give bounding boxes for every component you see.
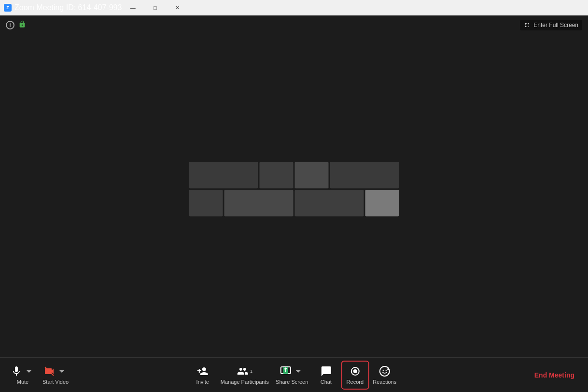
maximize-button[interactable]: □ bbox=[144, 0, 166, 15]
reactions-icon-area bbox=[379, 365, 391, 377]
content-cell bbox=[295, 190, 364, 216]
chat-icon bbox=[320, 365, 332, 377]
record-label: Record bbox=[347, 379, 364, 385]
content-cell bbox=[330, 162, 399, 188]
top-overlay: i Enter Full Screen bbox=[0, 15, 588, 35]
chat-label: Chat bbox=[321, 379, 332, 385]
end-meeting-button[interactable]: End Meeting bbox=[529, 367, 580, 383]
participants-label: Manage Participants bbox=[221, 379, 269, 385]
chat-icon-area bbox=[320, 365, 332, 377]
invite-icon bbox=[197, 365, 209, 377]
content-cell bbox=[224, 190, 294, 216]
fullscreen-label: Enter Full Screen bbox=[533, 22, 578, 28]
video-label: Start Video bbox=[42, 379, 69, 385]
content-cell bbox=[295, 162, 329, 188]
participants-count: 1 bbox=[250, 369, 252, 374]
content-cell bbox=[260, 162, 294, 188]
minimize-button[interactable]: — bbox=[122, 0, 144, 15]
toolbar-left: Mute Start Video bbox=[8, 361, 71, 390]
share-label: Share Screen bbox=[276, 379, 308, 385]
fullscreen-button[interactable]: Enter Full Screen bbox=[520, 20, 582, 30]
invite-button[interactable]: Invite bbox=[189, 361, 217, 390]
lock-icon bbox=[18, 20, 26, 30]
video-icon bbox=[43, 365, 55, 377]
mute-caret-icon bbox=[23, 365, 35, 377]
svg-point-4 bbox=[353, 369, 357, 373]
app-logo: Z bbox=[4, 4, 14, 12]
meeting-area: i Enter Full Screen bbox=[0, 15, 588, 357]
content-cell bbox=[189, 162, 258, 188]
video-icon-area bbox=[43, 365, 68, 377]
microphone-icon bbox=[11, 365, 22, 377]
mute-label: Mute bbox=[17, 379, 28, 385]
mute-button[interactable]: Mute bbox=[8, 361, 38, 390]
participants-icon-area: 1 bbox=[237, 365, 252, 377]
start-video-button[interactable]: Start Video bbox=[40, 361, 71, 390]
share-caret-icon bbox=[293, 365, 304, 377]
info-icon[interactable]: i bbox=[6, 21, 14, 29]
reactions-label: Reactions bbox=[373, 379, 396, 385]
share-screen-icon bbox=[280, 365, 292, 377]
record-icon bbox=[349, 365, 361, 377]
chat-button[interactable]: Chat bbox=[312, 361, 340, 390]
svg-point-6 bbox=[383, 369, 384, 370]
record-button[interactable]: Record bbox=[341, 361, 369, 390]
content-block bbox=[189, 162, 399, 216]
participants-icon bbox=[237, 365, 249, 377]
record-icon-area bbox=[349, 365, 361, 377]
titlebar: Z Zoom Meeting ID: 614-407-993 — □ ✕ bbox=[0, 0, 588, 15]
invite-label: Invite bbox=[196, 379, 209, 385]
toolbar-right: End Meeting bbox=[529, 367, 580, 383]
share-icon-area bbox=[280, 365, 304, 377]
manage-participants-button[interactable]: 1 Manage Participants bbox=[218, 361, 272, 390]
content-cell bbox=[189, 190, 223, 216]
reactions-button[interactable]: Reactions bbox=[370, 361, 399, 390]
reactions-icon bbox=[379, 365, 391, 377]
content-cell bbox=[365, 190, 399, 216]
invite-icon-area bbox=[197, 365, 209, 377]
mute-icon-area bbox=[11, 365, 35, 377]
top-left-icons: i bbox=[6, 20, 26, 30]
titlebar-controls: — □ ✕ bbox=[122, 0, 188, 15]
toolbar: Mute Start Video Invite bbox=[0, 357, 588, 392]
video-caret-icon bbox=[56, 365, 68, 377]
zoom-logo-icon: Z bbox=[4, 4, 12, 12]
titlebar-title: Zoom Meeting ID: 614-407-993 bbox=[14, 3, 122, 12]
toolbar-center: Invite 1 Manage Participants bbox=[189, 361, 399, 390]
svg-point-7 bbox=[386, 369, 387, 370]
share-screen-button[interactable]: Share Screen bbox=[273, 361, 311, 390]
close-button[interactable]: ✕ bbox=[166, 0, 188, 15]
